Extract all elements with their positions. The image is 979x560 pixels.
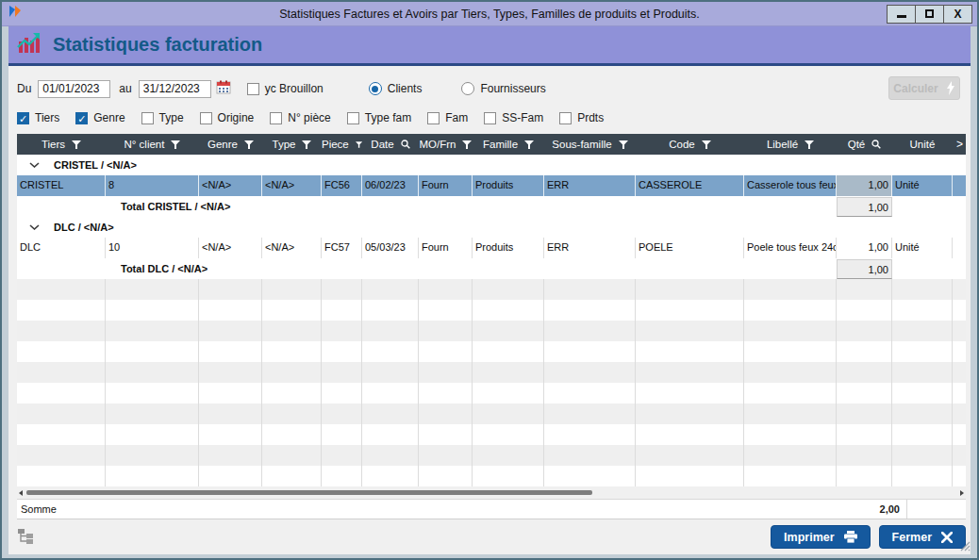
column-header-tiers[interactable]: Tiers xyxy=(17,134,106,155)
checkbox-box[interactable] xyxy=(427,112,440,124)
filter-icon[interactable] xyxy=(805,140,814,149)
filter-icon[interactable] xyxy=(619,140,628,149)
horizontal-scrollbar[interactable] xyxy=(17,486,966,499)
column-header-n-client[interactable]: N° client xyxy=(106,134,199,155)
imprimer-button[interactable]: Imprimer xyxy=(771,525,871,549)
cell-genre[interactable]: <N/A> xyxy=(199,238,262,258)
checkbox-origine[interactable]: Origine xyxy=(200,111,255,124)
column-header-libell[interactable]: Libellé xyxy=(744,134,837,155)
cell-famille[interactable]: Produits xyxy=(473,175,544,196)
table-row[interactable]: CRISTEL8<N/A><N/A>FC5606/02/23FournProdu… xyxy=(17,175,966,196)
cell-libell[interactable]: Casserole tous feux xyxy=(744,175,837,196)
cell-mo-frn[interactable]: Fourn xyxy=(419,238,473,258)
date-to-input[interactable] xyxy=(139,80,211,98)
fermer-button[interactable]: Fermer xyxy=(879,525,966,549)
column-header-type[interactable]: Type xyxy=(262,134,322,155)
cell-famille[interactable]: Produits xyxy=(473,238,544,258)
column-header-unit[interactable]: Unité xyxy=(892,134,953,155)
scrollbar-thumb[interactable] xyxy=(26,490,592,495)
cell-mo-frn[interactable]: Fourn xyxy=(419,175,473,196)
empty-cell xyxy=(892,404,953,424)
clients-radio[interactable]: Clients xyxy=(369,82,423,95)
checkbox-box[interactable] xyxy=(484,112,496,124)
cell-date[interactable]: 05/03/23 xyxy=(362,238,419,258)
cell-type[interactable]: <N/A> xyxy=(262,175,322,196)
column-header-mo-frn[interactable]: MO/Frn xyxy=(419,134,473,155)
date-from-input[interactable] xyxy=(38,80,110,98)
column-header-genre[interactable]: Genre xyxy=(199,134,262,155)
collapse-chevron-icon[interactable] xyxy=(29,224,40,230)
checkbox-tiers[interactable]: ✓Tiers xyxy=(17,111,59,124)
filter-icon[interactable] xyxy=(462,140,472,149)
maximize-button[interactable] xyxy=(915,5,944,24)
cell-tiers[interactable]: DLC xyxy=(17,238,106,258)
checkbox-ss-fam[interactable]: SS-Fam xyxy=(484,111,543,124)
column-header-piece[interactable]: Piece xyxy=(322,134,362,155)
filter-icon[interactable] xyxy=(356,140,362,149)
cell-n-client[interactable]: 8 xyxy=(106,175,199,196)
collapse-chevron-icon[interactable] xyxy=(29,162,40,168)
cell-n-client[interactable]: 10 xyxy=(106,238,199,258)
cell-sous-famille[interactable]: ERR xyxy=(544,175,636,196)
cell-code[interactable]: CASSEROLE xyxy=(636,175,744,196)
cell-type[interactable]: <N/A> xyxy=(262,238,322,258)
cell-libell[interactable]: Poele tous feux 24cm xyxy=(744,238,837,258)
search-icon[interactable] xyxy=(401,140,410,149)
column-header-date[interactable]: Date xyxy=(362,134,419,155)
empty-cell xyxy=(17,404,106,424)
yc-brouillon-checkbox[interactable]: yc Brouillon xyxy=(247,82,324,95)
checkbox-box[interactable] xyxy=(347,112,359,124)
cell-tiers[interactable]: CRISTEL xyxy=(17,175,106,196)
group-tree-icon[interactable] xyxy=(17,528,35,547)
cell-piece[interactable]: FC57 xyxy=(322,238,362,258)
filter-icon[interactable] xyxy=(302,140,311,149)
column-header-famille[interactable]: Famille xyxy=(473,134,544,155)
column-header-code[interactable]: Code xyxy=(636,134,744,155)
fournisseurs-radio[interactable]: Fournisseurs xyxy=(461,82,545,95)
table-row[interactable]: DLC10<N/A><N/A>FC5705/03/23FournProduits… xyxy=(17,238,966,258)
checkbox-type[interactable]: Type xyxy=(141,111,184,124)
cell-qt[interactable]: 1,00 xyxy=(837,175,892,196)
close-button[interactable]: X xyxy=(943,5,972,24)
checkbox-box[interactable] xyxy=(559,112,572,124)
filter-icon[interactable] xyxy=(702,140,711,149)
checkbox-box[interactable] xyxy=(141,112,154,124)
group-row[interactable]: CRISTEL / <N/A> xyxy=(17,155,966,175)
cell-piece[interactable]: FC56 xyxy=(322,175,362,196)
group-row[interactable]: DLC / <N/A> xyxy=(17,217,966,238)
search-icon[interactable] xyxy=(871,140,881,149)
cell-code[interactable]: POELE xyxy=(636,238,744,258)
checkbox-type-fam[interactable]: Type fam xyxy=(347,111,411,124)
filter-icon[interactable] xyxy=(72,140,81,149)
cell-unit[interactable]: Unité xyxy=(892,238,953,258)
checkbox-fam[interactable]: Fam xyxy=(427,111,468,124)
cell-genre[interactable]: <N/A> xyxy=(199,175,262,196)
calendar-icon[interactable] xyxy=(216,80,231,97)
scroll-right-arrow-icon[interactable] xyxy=(960,490,964,496)
calculer-button[interactable]: Calculer xyxy=(888,76,960,100)
column-header-sous-famille[interactable]: Sous-famille xyxy=(544,134,636,155)
scroll-left-arrow-icon[interactable] xyxy=(19,490,23,496)
fournisseurs-radio-circle[interactable] xyxy=(461,82,474,95)
checkbox-box[interactable] xyxy=(200,112,212,124)
cell-unit[interactable]: Unité xyxy=(892,175,953,196)
clients-radio-circle[interactable] xyxy=(369,82,382,95)
header-scroll-right-icon[interactable]: > xyxy=(956,138,963,151)
checkbox-box[interactable] xyxy=(270,112,282,124)
checkbox-n-pi-ce[interactable]: N° pièce xyxy=(270,111,331,124)
checkbox-genre[interactable]: ✓Genre xyxy=(75,111,124,124)
cell-sous-famille[interactable]: ERR xyxy=(544,238,636,258)
column-header-qt[interactable]: Qté xyxy=(837,134,892,155)
filter-icon[interactable] xyxy=(244,140,254,149)
window-titlebar[interactable]: Statistiques Factures et Avoirs par Tier… xyxy=(2,2,977,26)
cell-qt[interactable]: 1,00 xyxy=(837,238,892,258)
resize-grip[interactable] xyxy=(957,538,971,554)
cell-date[interactable]: 06/02/23 xyxy=(362,175,419,196)
checkbox-box[interactable]: ✓ xyxy=(75,112,88,124)
yc-brouillon-checkbox-box[interactable] xyxy=(247,83,259,95)
checkbox-prdts[interactable]: Prdts xyxy=(559,111,604,124)
filter-icon[interactable] xyxy=(171,140,180,149)
filter-icon[interactable] xyxy=(524,140,534,149)
checkbox-box[interactable]: ✓ xyxy=(17,112,29,124)
minimize-button[interactable] xyxy=(887,5,916,24)
